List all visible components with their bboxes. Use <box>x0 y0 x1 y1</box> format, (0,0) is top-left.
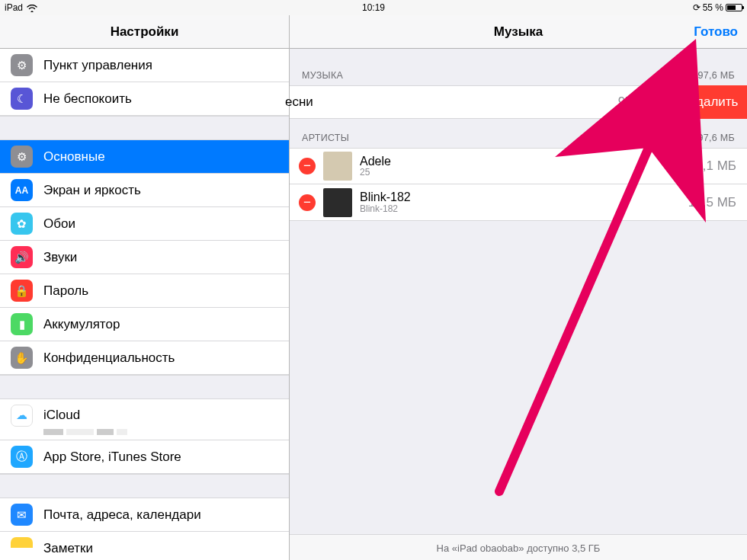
artist-size: 78,1 МБ <box>688 158 747 174</box>
artist-subtitle: Blink-182 <box>360 204 411 214</box>
icloud-subline <box>43 429 127 435</box>
sidebar-item-general[interactable]: ⚙︎ Основные <box>0 140 289 174</box>
sidebar-item-icloud[interactable]: ☁︎ iCloud <box>0 399 289 440</box>
sidebar-item-privacy[interactable]: ✋ Конфиденциальность <box>0 341 289 375</box>
songs-size: 97,6 МБ <box>618 94 677 110</box>
artists-list: − Adele 25 78,1 МБ − Blink-182 Blink-182 <box>290 148 747 221</box>
section-gap <box>0 474 289 498</box>
battery-icon: ▮ <box>11 313 33 335</box>
sidebar-item-battery[interactable]: ▮ Аккумулятор <box>0 308 289 341</box>
artist-name: Adele <box>360 155 391 168</box>
sidebar-item-appstore[interactable]: Ⓐ App Store, iTunes Store <box>0 440 289 474</box>
toggles-icon: ⚙ <box>11 54 33 76</box>
battery-icon <box>726 4 742 11</box>
flower-icon: ✿ <box>11 213 33 235</box>
artist-size: 19,5 МБ <box>688 195 747 210</box>
artist-name: Blink-182 <box>360 190 411 204</box>
speaker-icon: 🔊 <box>11 246 33 268</box>
lock-icon: 🔒 <box>11 280 33 302</box>
text-size-icon: AA <box>11 179 33 201</box>
status-bar: iPad 10:19 ⟳ 55 % <box>0 0 747 15</box>
songs-label: есни <box>285 94 313 110</box>
remove-icon[interactable]: − <box>299 194 316 211</box>
section-header-artists: АРТИСТЫ 97,6 МБ <box>290 119 747 148</box>
songs-row[interactable]: есни 97,6 МБ Удалить <box>290 85 747 119</box>
detail-pane: Музыка Готово МУЗЫКА 97,6 МБ есни 97,6 М… <box>290 15 747 560</box>
sidebar-title: Настройки <box>111 24 179 40</box>
artist-subtitle: 25 <box>360 168 391 178</box>
sidebar-item-control-center[interactable]: ⚙ Пункт управления <box>0 49 289 82</box>
delete-button[interactable]: Удалить <box>680 85 747 119</box>
album-art <box>323 188 352 217</box>
remove-icon[interactable]: − <box>299 158 316 174</box>
done-button[interactable]: Готово <box>694 24 738 40</box>
sidebar-item-do-not-disturb[interactable]: ☾ Не беспокоить <box>0 82 289 116</box>
cloud-icon: ☁︎ <box>11 405 33 427</box>
sidebar-item-mail[interactable]: ✉︎ Почта, адреса, календари <box>0 498 289 532</box>
section-gap <box>0 116 289 140</box>
settings-list[interactable]: ⚙ Пункт управления ☾ Не беспокоить ⚙︎ Ос… <box>0 49 289 560</box>
moon-icon: ☾ <box>11 88 33 110</box>
sidebar-navbar: Настройки <box>0 15 289 49</box>
artist-row[interactable]: − Adele 25 78,1 МБ <box>290 148 747 184</box>
sidebar-item-display[interactable]: AA Экран и яркость <box>0 174 289 207</box>
section-gap <box>0 375 289 399</box>
album-art <box>323 152 352 181</box>
sidebar-item-notes[interactable]: Заметки <box>0 532 289 560</box>
detail-navbar: Музыка Готово <box>290 15 747 49</box>
section-header-music: МУЗЫКА 97,6 МБ <box>290 49 747 85</box>
sidebar-item-sounds[interactable]: 🔊 Звуки <box>0 241 289 274</box>
storage-footer: На «iPad obaobab» доступно 3,5 ГБ <box>290 534 747 560</box>
detail-title: Музыка <box>494 24 543 40</box>
appstore-icon: Ⓐ <box>11 446 33 468</box>
sidebar-item-wallpaper[interactable]: ✿ Обои <box>0 207 289 241</box>
settings-sidebar: Настройки ⚙ Пункт управления ☾ Не беспок… <box>0 15 290 560</box>
mail-icon: ✉︎ <box>11 504 33 526</box>
status-time: 10:19 <box>0 2 747 13</box>
sidebar-item-passcode[interactable]: 🔒 Пароль <box>0 274 289 308</box>
gear-icon: ⚙︎ <box>11 146 33 168</box>
artist-row[interactable]: − Blink-182 Blink-182 19,5 МБ <box>290 184 747 221</box>
hand-icon: ✋ <box>11 347 33 369</box>
notes-icon <box>11 537 33 559</box>
